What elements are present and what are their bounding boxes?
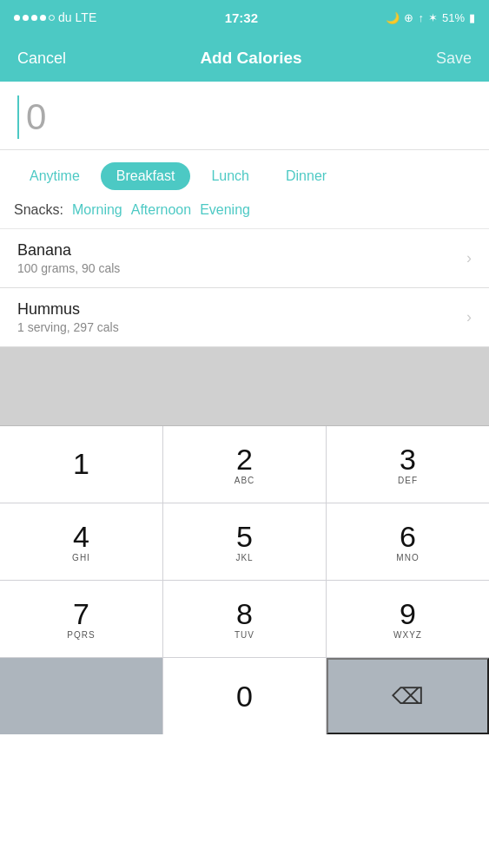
tab-dinner[interactable]: Dinner xyxy=(270,162,342,190)
food-list: Banana 100 grams, 90 cals › Hummus 1 ser… xyxy=(0,229,489,425)
key-7-main: 7 xyxy=(73,599,89,628)
text-cursor xyxy=(17,95,19,139)
key-2-main: 2 xyxy=(236,444,253,474)
battery-icon: ▮ xyxy=(469,11,475,24)
calorie-input-value: 0 xyxy=(26,96,46,138)
food-item-hummus[interactable]: Hummus 1 serving, 297 cals › xyxy=(0,288,489,347)
food-name-banana: Banana xyxy=(17,241,120,260)
tab-afternoon[interactable]: Afternoon xyxy=(131,199,191,221)
key-6-main: 6 xyxy=(400,522,416,551)
battery-label: 51% xyxy=(442,11,465,24)
key-5-sub: JKL xyxy=(235,553,253,562)
time-display: 17:32 xyxy=(225,10,258,25)
backspace-icon: ⌫ xyxy=(392,683,424,710)
page-title: Add Calories xyxy=(200,49,301,68)
key-9-main: 9 xyxy=(400,599,416,628)
network-label: LTE xyxy=(76,10,97,24)
key-7[interactable]: 7 PQRS xyxy=(0,581,162,657)
meal-row-snacks: Snacks: Morning Afternoon Evening xyxy=(14,199,475,221)
food-detail-hummus: 1 serving, 297 cals xyxy=(17,320,119,334)
numeric-keypad: 1 2 ABC 3 DEF 4 GHI 5 JKL 6 MNO 7 PQRS 8… xyxy=(0,425,489,734)
tab-morning[interactable]: Morning xyxy=(72,199,122,221)
key-9[interactable]: 9 WXYZ xyxy=(327,581,489,657)
key-8-main: 8 xyxy=(236,599,253,628)
food-detail-banana: 100 grams, 90 cals xyxy=(17,261,120,275)
backspace-button[interactable]: ⌫ xyxy=(327,658,489,734)
meal-tabs-container: Anytime Breakfast Lunch Dinner Snacks: M… xyxy=(0,150,489,229)
key-6[interactable]: 6 MNO xyxy=(327,503,489,580)
signal-dots xyxy=(14,15,55,21)
cancel-button[interactable]: Cancel xyxy=(17,49,66,68)
snacks-label: Snacks: xyxy=(14,202,63,218)
moon-icon: 🌙 xyxy=(386,11,400,24)
nav-bar: Cancel Add Calories Save xyxy=(0,35,489,82)
key-6-sub: MNO xyxy=(396,553,419,562)
tab-lunch[interactable]: Lunch xyxy=(195,162,265,190)
key-4[interactable]: 4 GHI xyxy=(0,503,162,580)
key-3-sub: DEF xyxy=(398,476,418,485)
chevron-right-icon: › xyxy=(466,308,472,326)
key-4-main: 4 xyxy=(73,522,89,551)
tab-breakfast[interactable]: Breakfast xyxy=(101,162,191,190)
key-4-sub: GHI xyxy=(72,553,90,562)
key-5[interactable]: 5 JKL xyxy=(163,503,326,580)
key-empty-left xyxy=(0,658,162,734)
key-2[interactable]: 2 ABC xyxy=(163,426,326,503)
key-2-sub: ABC xyxy=(235,476,255,485)
food-list-empty-space xyxy=(0,347,489,425)
tab-evening[interactable]: Evening xyxy=(200,199,250,221)
tab-anytime[interactable]: Anytime xyxy=(14,162,96,190)
save-button[interactable]: Save xyxy=(436,49,472,68)
arrow-icon: ↑ xyxy=(418,11,424,24)
key-0[interactable]: 0 xyxy=(163,658,326,734)
location-icon: ⊕ xyxy=(404,11,413,24)
key-1[interactable]: 1 xyxy=(0,426,162,503)
food-item-banana[interactable]: Banana 100 grams, 90 cals › xyxy=(0,229,489,288)
key-0-main: 0 xyxy=(236,681,253,711)
key-8[interactable]: 8 TUV xyxy=(163,581,326,657)
key-3-main: 3 xyxy=(400,444,416,474)
status-right: 🌙 ⊕ ↑ ✶ 51% ▮ xyxy=(386,11,475,24)
bluetooth-icon: ✶ xyxy=(428,11,438,24)
food-name-hummus: Hummus xyxy=(17,300,119,319)
key-8-sub: TUV xyxy=(235,630,254,640)
key-3[interactable]: 3 DEF xyxy=(327,426,489,503)
calorie-input-area: 0 xyxy=(0,82,489,150)
key-9-sub: WXYZ xyxy=(393,630,422,640)
key-1-main: 1 xyxy=(73,449,89,478)
chevron-right-icon: › xyxy=(466,249,472,267)
status-bar: du LTE 17:32 🌙 ⊕ ↑ ✶ 51% ▮ xyxy=(0,0,489,35)
carrier-label: du xyxy=(58,10,72,24)
key-5-main: 5 xyxy=(236,522,253,551)
status-left: du LTE xyxy=(14,10,96,24)
meal-row-primary: Anytime Breakfast Lunch Dinner xyxy=(14,162,475,190)
key-7-sub: PQRS xyxy=(67,630,95,640)
